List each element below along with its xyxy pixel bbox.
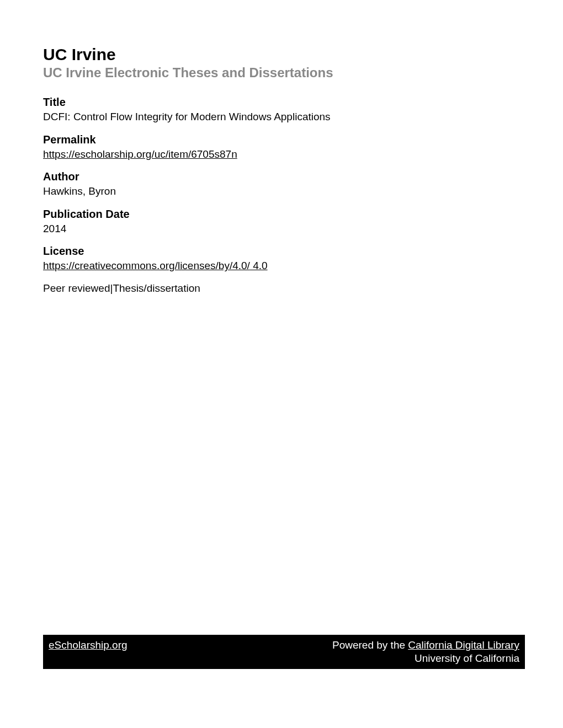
pubdate-label: Publication Date bbox=[43, 208, 520, 221]
author-label: Author bbox=[43, 170, 520, 183]
permalink-label: Permalink bbox=[43, 133, 520, 146]
pubdate-value: 2014 bbox=[43, 222, 520, 237]
author-field: Author Hawkins, Byron bbox=[43, 170, 520, 199]
license-label: License bbox=[43, 245, 520, 258]
title-value: DCFI: Control Flow Integrity for Modern … bbox=[43, 110, 520, 125]
escholarship-link[interactable]: eScholarship.org bbox=[49, 639, 128, 651]
cdl-link[interactable]: California Digital Library bbox=[408, 639, 519, 651]
title-field: Title DCFI: Control Flow Integrity for M… bbox=[43, 96, 520, 125]
permalink-link[interactable]: https://escholarship.org/uc/item/6705s87… bbox=[43, 148, 237, 160]
peer-review-text: Peer reviewed|Thesis/dissertation bbox=[43, 282, 520, 295]
license-link[interactable]: https://creativecommons.org/licenses/by/… bbox=[43, 260, 268, 271]
document-page: UC Irvine UC Irvine Electronic Theses an… bbox=[0, 0, 563, 295]
license-value: https://creativecommons.org/licenses/by/… bbox=[43, 259, 520, 274]
title-label: Title bbox=[43, 96, 520, 109]
permalink-value: https://escholarship.org/uc/item/6705s87… bbox=[43, 147, 520, 162]
license-version-text: 4.0 bbox=[250, 260, 268, 271]
powered-by-line: Powered by the California Digital Librar… bbox=[332, 639, 519, 651]
author-value: Hawkins, Byron bbox=[43, 184, 520, 199]
series-heading: UC Irvine Electronic Theses and Disserta… bbox=[43, 65, 520, 81]
permalink-field: Permalink https://escholarship.org/uc/it… bbox=[43, 133, 520, 162]
powered-by-text: Powered by the bbox=[332, 639, 408, 651]
license-field: License https://creativecommons.org/lice… bbox=[43, 245, 520, 274]
footer-right: Powered by the California Digital Librar… bbox=[332, 639, 519, 665]
uc-text: University of California bbox=[332, 652, 519, 665]
license-url-text: https://creativecommons.org/licenses/by/… bbox=[43, 260, 250, 271]
pubdate-field: Publication Date 2014 bbox=[43, 208, 520, 237]
footer-bar: eScholarship.org Powered by the Californ… bbox=[43, 635, 525, 669]
institution-heading: UC Irvine bbox=[43, 45, 520, 64]
